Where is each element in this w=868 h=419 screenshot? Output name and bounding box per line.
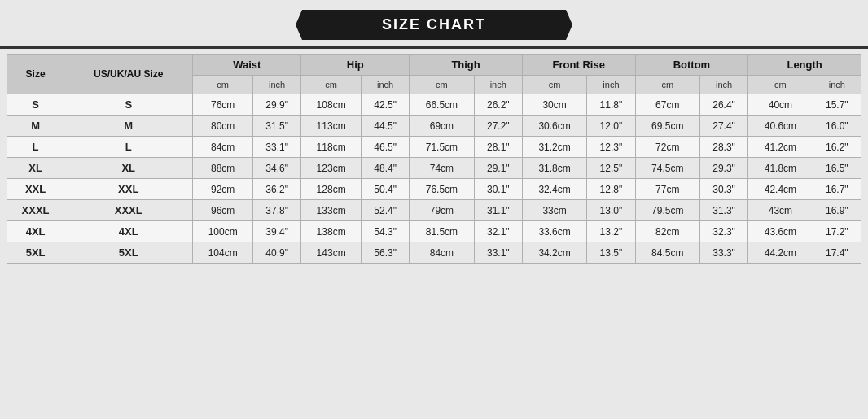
table-cell: 56.3" [361,242,409,264]
hip-cm-header: cm [301,76,362,94]
table-cell: 108cm [301,94,362,116]
table-cell: 12.5" [587,158,635,179]
table-cell: 29.3" [699,158,747,179]
table-cell: 76.5cm [410,179,474,200]
table-cell: 30.1" [474,179,522,200]
table-cell: 52.4" [361,200,409,221]
table-cell: 42.4cm [748,179,813,200]
table-cell: M [64,116,193,137]
table-cell: 13.2" [587,221,635,242]
table-row: XXXLXXXL96cm37.8"133cm52.4"79cm31.1"33cm… [7,200,861,221]
table-cell: 128cm [301,179,362,200]
table-cell: 50.4" [361,179,409,200]
hip-inch-header: inch [361,76,409,94]
table-cell: 30.3" [699,179,747,200]
table-cell: 16.5" [813,158,861,179]
table-cell: 96cm [193,200,253,221]
table-cell: 100cm [193,221,253,242]
table-cell: XL [64,158,193,179]
size-chart-table-wrapper: Size US/UK/AU Size Waist Hip Thigh Front… [7,54,861,264]
size-chart-table: Size US/UK/AU Size Waist Hip Thigh Front… [7,54,861,264]
table-cell: 76cm [193,94,253,116]
us-uk-au-header: US/UK/AU Size [64,55,193,94]
table-cell: 46.5" [361,137,409,158]
table-cell: 74.5cm [635,158,699,179]
thigh-header: Thigh [410,55,523,76]
table-cell: 32.3" [699,221,747,242]
table-cell: 16.7" [813,179,861,200]
table-cell: XXL [64,179,193,200]
table-cell: 67cm [635,94,699,116]
table-cell: 79cm [410,200,474,221]
table-cell: 72cm [635,137,699,158]
table-cell: 31.3" [699,200,747,221]
bot-cm-header: cm [635,76,699,94]
table-cell: 69.5cm [635,116,699,137]
table-cell: 17.2" [813,221,861,242]
table-cell: 15.7" [813,94,861,116]
table-cell: M [7,116,64,137]
table-cell: 4XL [7,221,64,242]
fr-cm-header: cm [522,76,586,94]
length-header: Length [748,55,861,76]
table-cell: 30.6cm [522,116,586,137]
len-inch-header: inch [813,76,861,94]
table-row: XXLXXL92cm36.2"128cm50.4"76.5cm30.1"32.4… [7,179,861,200]
table-cell: L [7,137,64,158]
table-cell: XXL [7,179,64,200]
table-cell: 16.9" [813,200,861,221]
table-cell: 33.1" [474,242,522,264]
table-cell: 5XL [7,242,64,264]
table-cell: 113cm [301,116,362,137]
table-cell: 143cm [301,242,362,264]
waist-cm-header: cm [193,76,253,94]
table-cell: 81.5cm [410,221,474,242]
divider [0,46,868,49]
table-cell: XXXL [64,200,193,221]
table-row: MM80cm31.5"113cm44.5"69cm27.2"30.6cm12.0… [7,116,861,137]
table-cell: 5XL [64,242,193,264]
table-cell: 30cm [522,94,586,116]
table-cell: 43.6cm [748,221,813,242]
size-header: Size [7,55,64,94]
table-cell: 84.5cm [635,242,699,264]
table-cell: S [64,94,193,116]
table-cell: 17.4" [813,242,861,264]
table-cell: 74cm [410,158,474,179]
thigh-inch-header: inch [474,76,522,94]
table-cell: 28.3" [699,137,747,158]
table-cell: 41.8cm [748,158,813,179]
table-cell: 33cm [522,200,586,221]
table-cell: 16.0" [813,116,861,137]
table-row: 4XL4XL100cm39.4"138cm54.3"81.5cm32.1"33.… [7,221,861,242]
table-cell: 12.8" [587,179,635,200]
table-cell: 29.1" [474,158,522,179]
table-row: XLXL88cm34.6"123cm48.4"74cm29.1"31.8cm12… [7,158,861,179]
table-cell: 26.4" [699,94,747,116]
table-cell: 82cm [635,221,699,242]
table-cell: 26.2" [474,94,522,116]
table-cell: 40.9" [253,242,301,264]
table-cell: 27.2" [474,116,522,137]
table-cell: 32.4cm [522,179,586,200]
table-cell: 84cm [193,137,253,158]
table-cell: 123cm [301,158,362,179]
table-cell: 12.3" [587,137,635,158]
table-cell: 40cm [748,94,813,116]
page-title: SIZE CHART [312,16,556,33]
table-cell: 118cm [301,137,362,158]
table-cell: 42.5" [361,94,409,116]
table-cell: 48.4" [361,158,409,179]
table-row: LL84cm33.1"118cm46.5"71.5cm28.1"31.2cm12… [7,137,861,158]
table-cell: 37.8" [253,200,301,221]
table-cell: 84cm [410,242,474,264]
table-row: 5XL5XL104cm40.9"143cm56.3"84cm33.1"34.2c… [7,242,861,264]
table-cell: 27.4" [699,116,747,137]
table-cell: 33.1" [253,137,301,158]
table-cell: 79.5cm [635,200,699,221]
waist-header: Waist [193,55,301,76]
table-cell: 32.1" [474,221,522,242]
table-cell: 31.5" [253,116,301,137]
table-cell: 138cm [301,221,362,242]
front-rise-header: Front Rise [522,55,635,76]
